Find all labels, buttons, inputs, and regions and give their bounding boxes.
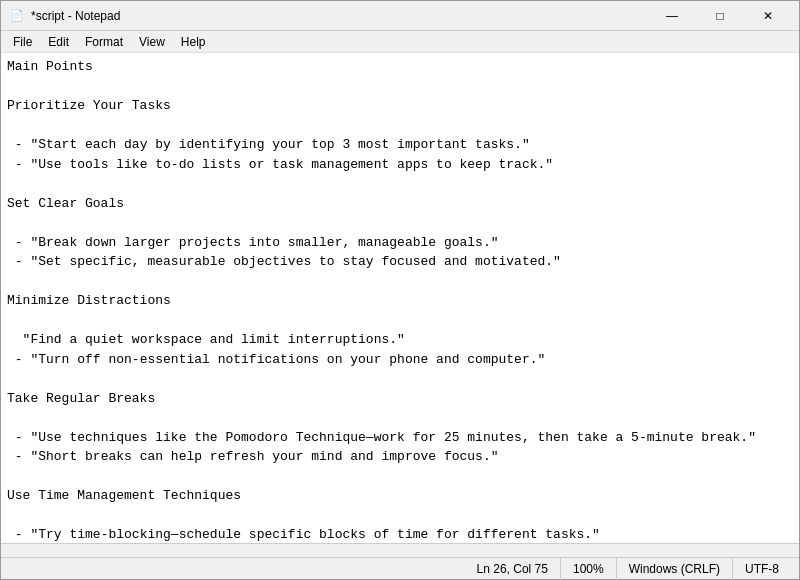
status-bar: Ln 26, Col 75 100% Windows (CRLF) UTF-8 <box>1 557 799 579</box>
minimize-button[interactable]: — <box>649 1 695 31</box>
close-button[interactable]: ✕ <box>745 1 791 31</box>
title-bar-left: 📄 *script - Notepad <box>9 8 120 24</box>
menu-help[interactable]: Help <box>173 33 214 51</box>
editor-content[interactable]: Main Points Prioritize Your Tasks - "Sta… <box>7 57 793 543</box>
line-endings: Windows (CRLF) <box>616 558 732 580</box>
encoding: UTF-8 <box>732 558 791 580</box>
menu-file[interactable]: File <box>5 33 40 51</box>
notepad-window: 📄 *script - Notepad — □ ✕ File Edit Form… <box>0 0 800 580</box>
menu-bar: File Edit Format View Help <box>1 31 799 53</box>
menu-view[interactable]: View <box>131 33 173 51</box>
editor-container: Main Points Prioritize Your Tasks - "Sta… <box>1 53 799 543</box>
window-controls: — □ ✕ <box>649 1 791 31</box>
window-title: *script - Notepad <box>31 9 120 23</box>
app-icon: 📄 <box>9 8 25 24</box>
title-bar: 📄 *script - Notepad — □ ✕ <box>1 1 799 31</box>
menu-edit[interactable]: Edit <box>40 33 77 51</box>
zoom-level: 100% <box>560 558 616 580</box>
maximize-button[interactable]: □ <box>697 1 743 31</box>
menu-format[interactable]: Format <box>77 33 131 51</box>
cursor-position: Ln 26, Col 75 <box>465 558 560 580</box>
editor-scroll[interactable]: Main Points Prioritize Your Tasks - "Sta… <box>1 53 799 543</box>
horizontal-scrollbar[interactable] <box>1 543 799 557</box>
